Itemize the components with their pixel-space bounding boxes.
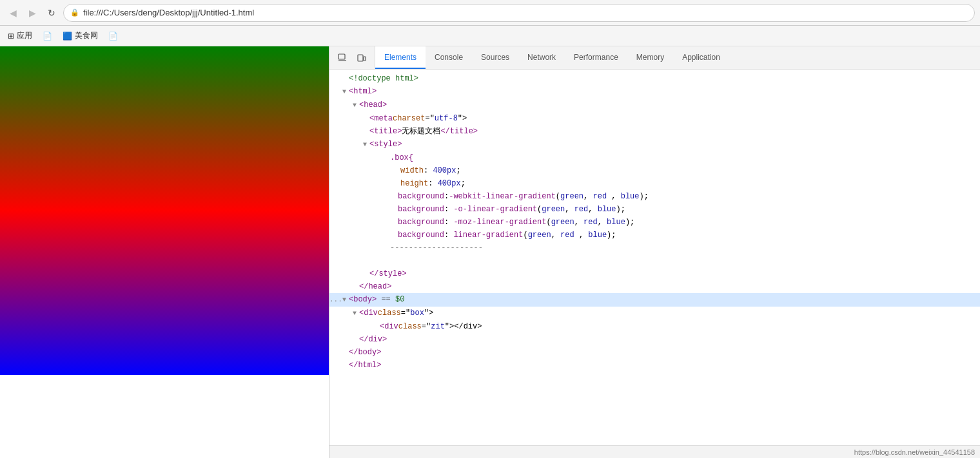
- devtools-panel: Elements Console Sources Network Perform…: [329, 46, 980, 458]
- address-bar[interactable]: 🔒 file:///C:/Users/deng/Desktop/jjj/Unti…: [63, 4, 975, 22]
- tab-performance[interactable]: Performance: [565, 46, 627, 69]
- html-line: --------------------: [329, 242, 980, 254]
- browser-window: ◀ ▶ ↻ 🔒 file:///C:/Users/deng/Desktop/jj…: [0, 0, 980, 458]
- expand-div-box[interactable]: ▼: [353, 308, 359, 320]
- inspect-element-button[interactable]: [335, 50, 350, 66]
- expand-head[interactable]: ▼: [353, 100, 359, 111]
- expand-style[interactable]: ▼: [363, 139, 369, 151]
- tab-network[interactable]: Network: [518, 46, 565, 69]
- html-line: <title>无标题文档</title>: [329, 125, 980, 138]
- bookmark-doc2[interactable]: 📄: [106, 30, 121, 42]
- bookmark-apps-label: 应用: [17, 30, 32, 41]
- apps-grid-icon: ⊞: [8, 32, 14, 41]
- tab-console[interactable]: Console: [426, 46, 472, 69]
- expand-body[interactable]: ▼: [342, 294, 349, 306]
- html-line: </div>: [329, 333, 980, 346]
- doc1-icon: 📄: [43, 32, 52, 41]
- html-line: </style>: [329, 267, 980, 280]
- address-text: file:///C:/Users/deng/Desktop/jjj/Untitl…: [83, 8, 254, 17]
- html-line: width: 400px;: [329, 164, 980, 177]
- bookmarks-bar: ⊞ 应用 📄 🟦 美食网 📄: [0, 26, 980, 46]
- devtools-status: https://blog.csdn.net/weixin_44541158: [329, 445, 980, 458]
- html-line: background: linear-gradient(green, red ,…: [329, 229, 980, 242]
- bookmark-food-label: 美食网: [75, 30, 98, 41]
- html-line: background: -o-linear-gradient(green, re…: [329, 203, 980, 216]
- html-line: .box{: [329, 151, 980, 164]
- nav-bar: ◀ ▶ ↻ 🔒 file:///C:/Users/deng/Desktop/jj…: [0, 0, 980, 26]
- html-line: ▼ <div class="box">: [329, 307, 980, 320]
- forward-button[interactable]: ▶: [24, 5, 40, 21]
- html-line: ▼ <head>: [329, 99, 980, 112]
- svg-rect-0: [338, 54, 345, 59]
- html-line: [329, 254, 980, 267]
- html-line: </head>: [329, 280, 980, 293]
- svg-rect-2: [358, 55, 363, 61]
- webpage-preview: [0, 46, 329, 458]
- devtools-tabs: Elements Console Sources Network Perform…: [375, 46, 729, 69]
- lock-icon: 🔒: [70, 8, 79, 17]
- html-line-body[interactable]: ... ▼ <body> == $0: [329, 293, 980, 307]
- bookmark-food[interactable]: 🟦 美食网: [60, 29, 101, 43]
- tab-sources[interactable]: Sources: [472, 46, 518, 69]
- html-line: background:-webkit-linear-gradient(green…: [329, 190, 980, 203]
- html-line: ▼ <html>: [329, 85, 980, 99]
- expand-html[interactable]: ▼: [342, 86, 349, 98]
- html-line: background: -moz-linear-gradient(green, …: [329, 216, 980, 229]
- devtools-icons: [329, 46, 375, 69]
- doc2-icon: 📄: [108, 32, 118, 41]
- bookmark-apps[interactable]: ⊞ 应用: [5, 29, 35, 43]
- devtools-content[interactable]: <!doctype html> ▼ <html> ▼ <head>: [329, 70, 980, 445]
- main-content: Elements Console Sources Network Perform…: [0, 46, 980, 458]
- devtools-status-text: https://blog.csdn.net/weixin_44541158: [854, 448, 975, 456]
- html-line: <div class="zit"></div>: [329, 320, 980, 333]
- svg-rect-3: [364, 57, 366, 61]
- back-button[interactable]: ◀: [5, 5, 21, 21]
- html-line: </html>: [329, 359, 980, 372]
- food-icon: 🟦: [63, 32, 72, 41]
- bookmark-doc1[interactable]: 📄: [40, 30, 55, 42]
- html-line: height: 400px;: [329, 177, 980, 190]
- device-toggle-button[interactable]: [354, 50, 369, 66]
- reload-button[interactable]: ↻: [44, 5, 59, 21]
- html-line: </body>: [329, 346, 980, 359]
- devtools-toolbar: Elements Console Sources Network Perform…: [329, 46, 980, 70]
- html-line: <!doctype html>: [329, 72, 980, 85]
- gradient-box: [0, 46, 329, 375]
- tab-elements[interactable]: Elements: [375, 46, 426, 69]
- html-line: ▼ <style>: [329, 138, 980, 151]
- html-line: <meta charset="utf-8">: [329, 112, 980, 125]
- tab-application[interactable]: Application: [673, 46, 729, 69]
- tab-memory[interactable]: Memory: [627, 46, 673, 69]
